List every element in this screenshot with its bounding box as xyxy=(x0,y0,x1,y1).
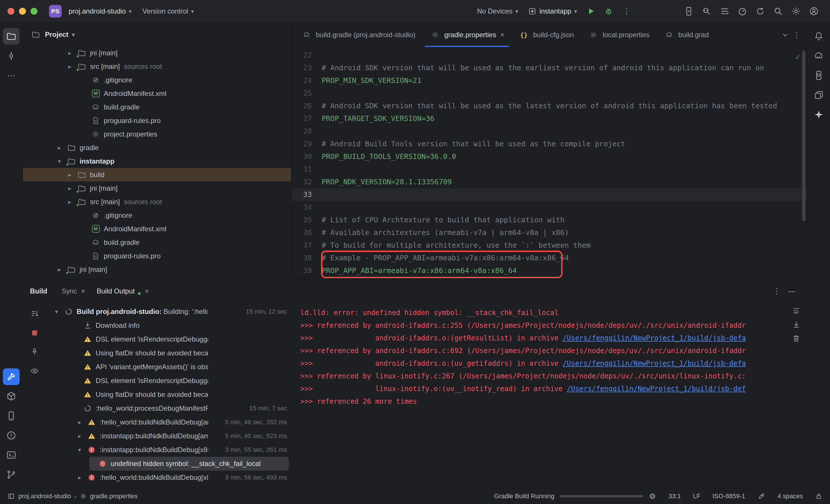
tab-build-cfg-json[interactable]: {} build-cfg.json xyxy=(511,23,581,47)
line-number[interactable]: 26 xyxy=(292,100,322,112)
code-search-icon[interactable] xyxy=(699,3,715,19)
line-ending-indicator[interactable]: LF xyxy=(693,493,701,500)
editor-line[interactable]: 24PROP_MIN_SDK_VERSION=21 xyxy=(292,74,807,87)
line-number[interactable]: 32 xyxy=(292,176,322,188)
caret-position[interactable]: 33:1 xyxy=(669,493,681,500)
zoom-button[interactable] xyxy=(31,8,37,15)
tree-item-proguard[interactable]: proguard-rules.pro xyxy=(23,114,291,127)
soft-wrap-icon[interactable] xyxy=(792,306,801,315)
run-button[interactable] xyxy=(583,3,599,19)
lock-icon[interactable] xyxy=(815,493,823,500)
pin-icon[interactable] xyxy=(27,344,42,360)
chevron-right-icon[interactable]: ▸ xyxy=(53,144,66,151)
chevron-right-icon[interactable]: ▸ xyxy=(63,49,76,57)
tree-item-instantapp[interactable]: ▾ instantapp xyxy=(23,155,291,168)
file-link[interactable]: /Users/fengqilin/NewProject_1/build/jsb-… xyxy=(567,385,746,393)
line-number[interactable]: 36 xyxy=(292,226,322,239)
build-warning-node[interactable]: Using flatDir should be avoided because … xyxy=(46,346,292,360)
terminal-tool-icon[interactable] xyxy=(3,447,20,463)
editor-options-icon[interactable]: ⋮ xyxy=(793,30,801,39)
editor-line[interactable]: 25 xyxy=(292,87,807,100)
editor-line[interactable]: 39PROP_APP_ABI=armeabi-v7a:x86:arm64-v8a… xyxy=(292,264,807,277)
rocket-icon[interactable] xyxy=(757,492,765,500)
sync-icon[interactable] xyxy=(752,3,768,19)
layout-inspector-icon[interactable] xyxy=(810,87,827,103)
device-mirroring-icon[interactable] xyxy=(681,3,697,19)
build-warning-node[interactable]: API 'variant.getMergeAssets()' is obsole… xyxy=(46,360,292,374)
editor-line[interactable]: 30PROP_BUILD_TOOLS_VERSION=36.0.0 xyxy=(292,150,807,163)
tree-item-jni-main[interactable]: ▸ jni [main] xyxy=(23,263,291,276)
search-icon[interactable] xyxy=(770,3,786,19)
build-output-console[interactable]: ld.lld: error: undefined hidden symbol: … xyxy=(292,302,807,488)
more-tool-windows-icon[interactable]: ⋯ xyxy=(3,67,20,84)
version-control-menu[interactable]: Version control ▾ xyxy=(138,4,198,18)
tree-item-proguard[interactable]: proguard-rules.pro xyxy=(23,249,291,263)
chevron-right-icon[interactable]: ▸ xyxy=(63,171,76,178)
tree-item-gitignore[interactable]: ⊘ .gitignore xyxy=(23,73,291,87)
file-link[interactable]: /Users/fengqilin/NewProject_1/build/jsb-… xyxy=(563,334,746,342)
tab-build-gradle[interactable]: build.gradle (proj.android-studio) xyxy=(294,23,422,47)
editor-line-current[interactable]: 33 xyxy=(292,188,807,201)
editor-line[interactable]: 22 xyxy=(292,49,807,62)
chevron-right-icon[interactable]: ▸ xyxy=(73,474,86,481)
tree-item-build-gradle[interactable]: build.gradle xyxy=(23,100,291,114)
account-icon[interactable] xyxy=(806,3,822,19)
tree-item-jni-main[interactable]: ▸ jni [main] xyxy=(23,181,291,195)
tree-item-project-properties[interactable]: project.properties xyxy=(23,127,291,141)
editor-line[interactable]: 29# Android Build Tools version that wil… xyxy=(292,138,807,150)
tab-local-properties[interactable]: local.properties xyxy=(581,23,657,47)
encoding-indicator[interactable]: ISO-8859-1 xyxy=(712,493,745,500)
more-actions-icon[interactable]: ⋮ xyxy=(618,3,635,19)
line-number[interactable]: 30 xyxy=(292,150,322,163)
build-task-node[interactable]: ▸ :instantapp:buildNdkBuildDebug[arr 5 m… xyxy=(46,429,292,443)
editor-line[interactable]: 37# To build for multiple architexture, … xyxy=(292,239,807,252)
project-menu[interactable]: proj.android-studio ▾ xyxy=(65,4,135,18)
build-node-download-info[interactable]: Download info xyxy=(46,318,292,332)
indent-indicator[interactable]: 4 spaces xyxy=(777,493,803,500)
project-tool-icon[interactable] xyxy=(3,28,20,45)
chevron-down-icon[interactable]: ▾ xyxy=(73,446,86,453)
settings-icon[interactable] xyxy=(788,3,804,19)
chevron-down-icon[interactable]: ▾ xyxy=(50,308,63,315)
line-number[interactable]: 33 xyxy=(292,188,322,201)
editor-line[interactable]: 31 xyxy=(292,163,807,176)
tree-item-build-gradle[interactable]: build.gradle xyxy=(23,236,291,249)
line-number[interactable]: 34 xyxy=(292,201,322,214)
build-root-node[interactable]: ▾ Build proj.android-studio: Building: '… xyxy=(46,305,292,318)
gemini-sparkle-icon[interactable] xyxy=(810,106,827,123)
line-number[interactable]: 39 xyxy=(292,264,322,277)
build-task-node-error[interactable]: ▾ :instantapp:buildNdkBuildDebug[x86 3 m… xyxy=(46,443,292,457)
build-task-node[interactable]: ▸ :hello_world:buildNdkBuildDebug[arr 5 … xyxy=(46,415,292,429)
tab-sync[interactable]: Sync × xyxy=(56,280,91,302)
chevron-down-icon[interactable]: ▾ xyxy=(53,158,66,165)
tree-item-build-folder[interactable]: ▸ build xyxy=(23,168,291,181)
editor-line[interactable]: 32PROP_NDK_VERSION=28.1.13356709 xyxy=(292,176,807,188)
chevron-right-icon[interactable]: ▸ xyxy=(73,419,86,426)
inspections-ok-icon[interactable]: ✓ xyxy=(795,53,800,61)
hide-panel-icon[interactable]: — xyxy=(788,287,795,296)
chevron-right-icon[interactable]: ▸ xyxy=(63,63,76,70)
chevron-right-icon[interactable]: ▸ xyxy=(53,266,66,273)
line-number[interactable]: 23 xyxy=(292,62,322,74)
tab-build-gradle-2[interactable]: build.grad xyxy=(657,23,715,47)
build-warning-node[interactable]: DSL element 'isRenderscriptDebuggable' i… xyxy=(46,374,292,388)
device-selector[interactable]: No Devices ▾ xyxy=(473,4,522,18)
tab-build-output[interactable]: Build Output × xyxy=(91,280,155,302)
close-tab-icon[interactable]: × xyxy=(81,287,85,295)
device-explorer-icon[interactable] xyxy=(810,67,827,84)
editor-line[interactable]: 34 xyxy=(292,201,807,214)
tree-item-src-main[interactable]: ▸ src [main] sources root xyxy=(23,195,291,208)
debug-button[interactable] xyxy=(601,3,617,19)
line-number[interactable]: 28 xyxy=(292,125,322,138)
editor-scrollbar[interactable] xyxy=(802,51,805,221)
chevron-right-icon[interactable]: ▸ xyxy=(73,433,86,439)
line-number[interactable]: 29 xyxy=(292,138,322,150)
line-number[interactable]: 37 xyxy=(292,239,322,252)
problems-tool-icon[interactable] xyxy=(3,427,20,444)
line-number[interactable]: 27 xyxy=(292,112,322,125)
editor-line[interactable]: 28 xyxy=(292,125,807,138)
export-build-log-icon[interactable] xyxy=(27,306,42,322)
scroll-to-end-icon[interactable] xyxy=(792,320,801,329)
run-configuration-selector[interactable]: instantapp ▾ xyxy=(524,4,581,19)
hidden-tabs-icon[interactable] xyxy=(781,31,789,39)
